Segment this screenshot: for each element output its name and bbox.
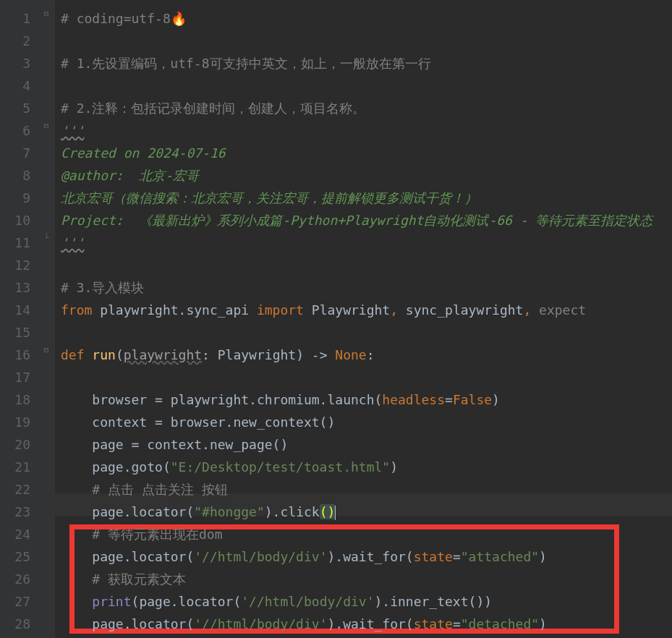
code-line[interactable]: # coding=utf-8🔥 [61,7,672,30]
line-number: 28 [0,613,30,635]
fold-gutter: ⊟ ⊟ └ ⊟ [38,0,55,638]
code-line[interactable]: print(page.locator('//html/body/div').in… [61,590,672,613]
line-number: 7 [0,142,30,164]
fire-icon: 🔥 [171,11,187,26]
line-number: 15 [0,321,30,344]
code-line[interactable]: # 2.注释：包括记录创建时间，创建人，项目名称。 [61,97,672,119]
line-number: 14 [0,299,30,321]
fold-marker-icon[interactable]: ⊟ [41,121,52,132]
code-line[interactable] [61,254,672,276]
line-number: 23 [0,501,30,523]
line-number: 19 [0,411,30,433]
code-editor[interactable]: 1 2 3 4 5 6 7 8 9 10 11 12 13 14 15 16 1… [0,0,672,638]
code-line[interactable]: def run(playwright: Playwright) -> None: [61,344,672,366]
code-line[interactable]: context = browser.new_context() [61,411,672,433]
line-number: 10 [0,209,30,231]
line-number: 20 [0,433,30,456]
line-number: 16 [0,344,30,366]
text-caret [335,506,336,520]
code-area[interactable]: # coding=utf-8🔥 # 1.先设置编码，utf-8可支持中英文，如上… [55,0,672,638]
line-number: 18 [0,388,30,411]
line-number: 22 [0,478,30,501]
line-number: 13 [0,276,30,299]
code-line[interactable]: # 获取元素文本 [61,568,672,590]
code-line[interactable] [61,321,672,344]
fold-marker-icon[interactable]: ⊟ [41,345,52,357]
line-number: 3 [0,52,30,75]
line-number: 25 [0,545,30,568]
code-line[interactable] [61,75,672,97]
line-number: 11 [0,231,30,254]
line-number: 21 [0,456,30,478]
fold-end-icon: └ [41,233,52,244]
line-number-gutter: 1 2 3 4 5 6 7 8 9 10 11 12 13 14 15 16 1… [0,0,38,638]
code-line[interactable]: browser = playwright.chromium.launch(hea… [61,388,672,411]
code-line[interactable]: ''' [61,231,672,254]
code-line[interactable]: page = context.new_page() [61,433,672,456]
code-line[interactable]: # 等待元素出现在dom [61,523,672,545]
code-line[interactable]: # 1.先设置编码，utf-8可支持中英文，如上，一般放在第一行 [61,52,672,75]
line-number: 6 [0,119,30,142]
code-line[interactable]: 北京宏哥（微信搜索：北京宏哥，关注宏哥，提前解锁更多测试干货！） [61,187,672,209]
line-number: 24 [0,523,30,545]
code-line[interactable]: Project: 《最新出炉》系列小成篇-Python+Playwright自动… [61,209,672,231]
code-line[interactable]: ''' [61,119,672,142]
fold-marker-icon[interactable]: ⊟ [41,9,52,20]
code-line[interactable]: @author: 北京-宏哥 [61,164,672,187]
code-line[interactable]: page.locator('//html/body/div').wait_for… [61,545,672,568]
code-line[interactable]: # 3.导入模块 [61,276,672,299]
code-line[interactable] [61,30,672,52]
code-line[interactable]: page.goto("E:/Desktop/test/toast.html") [61,456,672,478]
code-line[interactable]: Created on 2024-07-16 [61,142,672,164]
line-number: 26 [0,568,30,590]
code-line[interactable]: from playwright.sync_api import Playwrig… [61,299,672,321]
line-number: 2 [0,30,30,52]
code-line[interactable] [61,366,672,388]
line-number: 27 [0,590,30,613]
line-number: 17 [0,366,30,388]
line-number: 5 [0,97,30,119]
line-number: 8 [0,164,30,187]
line-number: 12 [0,254,30,276]
line-number: 9 [0,187,30,209]
code-line[interactable]: page.locator('//html/body/div').wait_for… [61,613,672,635]
line-number: 1 [0,7,30,30]
line-number: 4 [0,75,30,97]
